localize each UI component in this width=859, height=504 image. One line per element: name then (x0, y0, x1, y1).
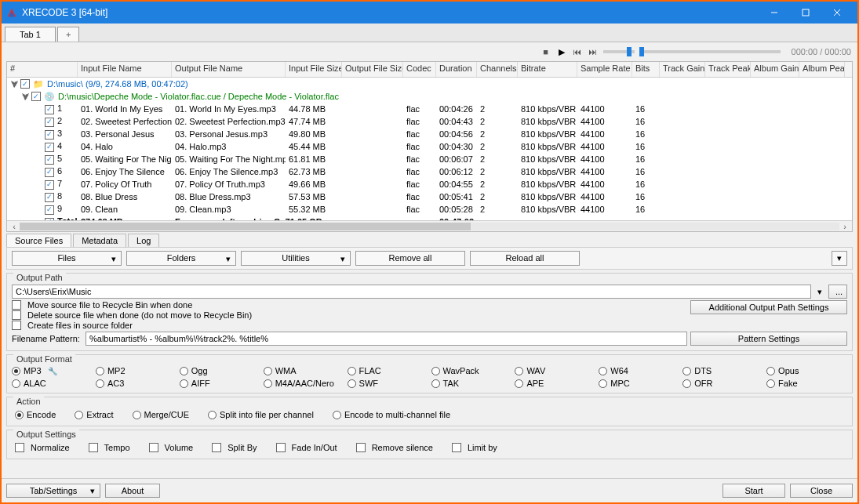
format-mpc[interactable]: MPC (599, 379, 679, 388)
row-checkbox[interactable] (45, 168, 54, 177)
utilities-dropdown[interactable]: Utilities▾ (241, 251, 351, 266)
setting-remove-silence[interactable]: Remove silence (356, 443, 433, 452)
col-samplerate[interactable]: Sample Rate (577, 62, 632, 77)
subtab-source[interactable]: Source Files (6, 234, 71, 247)
move-recycle-checkbox[interactable]: Move source file to Recycle Bin when don… (12, 300, 252, 310)
delete-source-checkbox[interactable]: Delete source file when done (do not mov… (12, 310, 252, 320)
format-ac3[interactable]: AC3 (96, 379, 177, 388)
action-split-into-file-per-channel[interactable]: Split into file per channel (208, 410, 314, 419)
table-row[interactable]: 707. Policy Of Truth07. Policy Of Truth.… (7, 178, 852, 190)
browse-button[interactable]: ... (828, 285, 847, 299)
files-dropdown[interactable]: Files▾ (12, 251, 122, 266)
reload-all-button[interactable]: Reload all (470, 251, 580, 266)
col-input-size[interactable]: Input File Size (286, 62, 342, 77)
expand-icon[interactable]: ⮟ (10, 79, 19, 89)
row-checkbox[interactable] (45, 143, 54, 152)
setting-fade-in-out[interactable]: Fade In/Out (276, 443, 337, 452)
tree-root[interactable]: ⮟ 📁 D:\music\ (9/9, 274.68 MB, 00:47:02) (7, 78, 852, 90)
format-wma[interactable]: WMA (264, 366, 344, 375)
format-w64[interactable]: W64 (599, 366, 679, 375)
format-tak[interactable]: TAK (431, 379, 512, 388)
table-row[interactable]: 909. Clean09. Clean.mp355.32 MBflac00:05… (7, 203, 852, 216)
table-row[interactable]: 101. World In My Eyes01. World In My Eye… (7, 103, 852, 115)
total-checkbox[interactable] (45, 218, 54, 220)
scroll-left-icon[interactable]: ‹ (9, 222, 20, 231)
col-output-name[interactable]: Output File Name (172, 62, 286, 77)
maximize-button[interactable] (790, 2, 821, 24)
remove-all-button[interactable]: Remove all (355, 251, 465, 266)
col-bits[interactable]: Bits (632, 62, 660, 77)
expand-icon[interactable]: ⮟ (21, 92, 30, 101)
album-checkbox[interactable] (31, 92, 41, 101)
table-row[interactable]: 303. Personal Jesus03. Personal Jesus.mp… (7, 128, 852, 140)
col-trackpeak[interactable]: Track Peak (705, 62, 751, 77)
format-dts[interactable]: DTS (682, 366, 763, 375)
row-checkbox[interactable] (45, 205, 54, 215)
folders-dropdown[interactable]: Folders▾ (126, 251, 236, 266)
row-checkbox[interactable] (45, 155, 54, 165)
format-ofr[interactable]: OFR (682, 379, 763, 388)
minimize-button[interactable] (759, 2, 790, 24)
setting-split-by[interactable]: Split By (212, 443, 257, 452)
subtab-log[interactable]: Log (128, 234, 159, 247)
prev-button[interactable]: ⏮ (572, 46, 583, 57)
format-opus[interactable]: Opus (766, 366, 847, 375)
stop-button[interactable]: ■ (541, 46, 551, 57)
pattern-input[interactable] (86, 332, 687, 346)
col-output-size[interactable]: Output File Size (342, 62, 403, 77)
tab-settings-button[interactable]: Tab/Settings▾ (6, 484, 100, 498)
row-checkbox[interactable] (45, 105, 54, 114)
scroll-right-icon[interactable]: › (839, 222, 850, 231)
row-checkbox[interactable] (45, 180, 54, 190)
col-albumpeak[interactable]: Album Peak (799, 62, 845, 77)
format-m4aaacnero[interactable]: M4A/AAC/Nero (264, 379, 344, 388)
tab-1[interactable]: Tab 1 (5, 27, 56, 42)
additional-output-button[interactable]: Additional Output Path Settings (690, 300, 847, 314)
subtab-metadata[interactable]: Metadata (73, 234, 126, 247)
toolbar-overflow[interactable]: ▾ (832, 251, 847, 266)
format-ape[interactable]: APE (515, 379, 595, 388)
row-checkbox[interactable] (45, 130, 54, 140)
format-swf[interactable]: SWF (348, 379, 428, 388)
table-row[interactable]: 505. Waiting For The Night05. Waiting Fo… (7, 153, 852, 165)
format-fake[interactable]: Fake (766, 379, 847, 388)
format-wav[interactable]: WAV (515, 366, 595, 375)
col-input-name[interactable]: Input File Name (78, 62, 172, 77)
col-bitrate[interactable]: Bitrate (518, 62, 577, 77)
seek-slider[interactable] (639, 50, 781, 53)
action-merge-cue[interactable]: Merge/CUE (133, 410, 189, 419)
col-duration[interactable]: Duration (436, 62, 477, 77)
format-mp2[interactable]: MP2 (96, 366, 177, 375)
close-app-button[interactable]: Close (790, 484, 853, 498)
col-channels[interactable]: Channels (477, 62, 518, 77)
format-alac[interactable]: ALAC (12, 379, 93, 388)
setting-limit-by[interactable]: Limit by (452, 443, 497, 452)
gear-icon[interactable]: 🔧 (48, 367, 57, 375)
action-encode[interactable]: Encode (15, 410, 56, 419)
setting-tempo[interactable]: Tempo (89, 443, 130, 452)
path-dropdown-icon[interactable]: ▾ (814, 287, 825, 297)
grid-hscroll[interactable]: ‹ › (7, 220, 852, 231)
col-number[interactable]: # (7, 62, 78, 77)
format-wavpack[interactable]: WavPack (431, 366, 512, 375)
format-mp3[interactable]: MP3🔧 (12, 366, 93, 375)
action-extract[interactable]: Extract (75, 410, 113, 419)
table-row[interactable]: 404. Halo04. Halo.mp345.44 MBflac00:04:3… (7, 140, 852, 153)
format-ogg[interactable]: Ogg (180, 366, 260, 375)
add-tab-button[interactable]: + (57, 27, 79, 42)
volume-slider[interactable] (603, 50, 635, 53)
root-checkbox[interactable] (20, 79, 30, 89)
create-in-source-checkbox[interactable]: Create files in source folder (12, 321, 252, 330)
action-encode-to-multi-channel-file[interactable]: Encode to multi-channel file (333, 410, 450, 419)
pattern-settings-button[interactable]: Pattern Settings (690, 332, 847, 346)
format-flac[interactable]: FLAC (348, 366, 428, 375)
setting-normalize[interactable]: Normalize (15, 443, 70, 452)
format-aiff[interactable]: AIFF (180, 379, 260, 388)
setting-volume[interactable]: Volume (149, 443, 194, 452)
table-row[interactable]: 606. Enjoy The Silence06. Enjoy The Sile… (7, 165, 852, 178)
col-codec[interactable]: Codec (403, 62, 436, 77)
close-button[interactable] (821, 2, 853, 24)
start-button[interactable]: Start (723, 484, 785, 498)
col-trackgain[interactable]: Track Gain (660, 62, 705, 77)
table-row[interactable]: 808. Blue Dress08. Blue Dress.mp357.53 M… (7, 190, 852, 203)
